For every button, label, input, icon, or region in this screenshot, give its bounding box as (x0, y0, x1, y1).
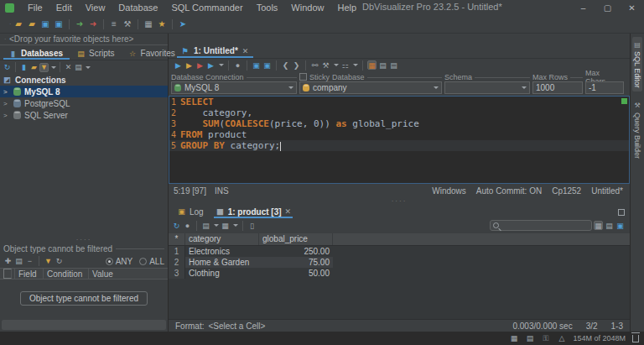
sql-wizard-icon[interactable]: ⚒ (321, 60, 330, 70)
code-line[interactable]: 4FROM product (169, 129, 629, 140)
collapse-all-icon[interactable]: ✕ (64, 63, 73, 72)
connection-sqlserver[interactable]: > SQL Server (0, 109, 168, 121)
cell-global-price[interactable]: 250.00 (259, 247, 333, 256)
apply-filter-icon[interactable]: ↻ (55, 257, 64, 266)
add-filter-icon[interactable]: ✚ (3, 257, 13, 266)
panel-restore-icon[interactable] (618, 209, 625, 216)
tab-favorites[interactable]: ☆ Favorites (123, 45, 182, 60)
refresh-tree-icon[interactable]: ↻ (3, 63, 12, 72)
database-connection-select[interactable]: MySQL 8 (171, 81, 297, 94)
row-number[interactable]: 2 (169, 257, 185, 268)
favorites-drop-bar[interactable]: ⋮⋮ <Drop your favorite objects here> (0, 34, 168, 45)
menu-database[interactable]: Database (112, 3, 164, 13)
previous-statement-icon[interactable]: ❮ (281, 60, 290, 70)
execute-current-icon[interactable]: ▶ (184, 60, 194, 70)
cell-category[interactable]: Clothing (185, 269, 259, 278)
grid-search-box[interactable] (490, 220, 592, 231)
tab-scripts[interactable]: ▤ Scripts (71, 45, 122, 60)
execute-menu-icon[interactable]: ▶ (206, 60, 216, 70)
result-tab-close-icon[interactable]: ✕ (285, 207, 292, 216)
menu-view[interactable]: View (79, 3, 112, 13)
row-number[interactable]: 1 (169, 246, 185, 257)
bookmark-icon[interactable]: ★ (156, 18, 168, 30)
max-chars-input[interactable]: -1 (585, 81, 624, 94)
left-splitter-handle[interactable]: ···· (0, 238, 168, 243)
snippets-icon[interactable]: ▤ (389, 60, 398, 70)
next-statement-icon[interactable]: ❯ (292, 60, 301, 70)
table-row[interactable]: 3Clothing50.00 (169, 268, 333, 279)
menu-tools[interactable]: Tools (250, 3, 285, 13)
connect-icon[interactable]: ➜ (74, 18, 86, 30)
menu-file[interactable]: File (21, 3, 49, 13)
code-line[interactable]: 2 category, (169, 107, 629, 118)
filter-select-all-checkbox[interactable] (3, 269, 12, 279)
new-folder-icon[interactable]: ▰ (29, 63, 39, 72)
warning-status-icon[interactable]: △ (557, 334, 566, 343)
connection-postgresql[interactable]: > PostgreSQL (0, 97, 168, 109)
format-sql-icon[interactable]: ▤ (378, 60, 387, 70)
insert-mode[interactable]: INS (215, 186, 229, 196)
save-icon[interactable]: ▣ (39, 18, 51, 30)
connections-status-icon[interactable]: ⚿ (541, 334, 550, 343)
expand-arrow-icon[interactable]: > (3, 100, 10, 107)
results-splitter-handle[interactable]: ···· (169, 199, 630, 205)
sql-editor[interactable]: 1SELECT2 category,3 SUM(COALESCE(price, … (169, 96, 630, 184)
autocommit-status[interactable]: Auto Commit: ON (476, 186, 542, 196)
column-header-global-price[interactable]: global_price (259, 233, 333, 245)
toggle-grid-view-icon[interactable]: ▦ (594, 221, 603, 230)
radio-all[interactable]: ALL (139, 257, 164, 266)
expand-arrow-icon[interactable]: > (3, 88, 10, 96)
view-mode-icon[interactable]: ▦ (221, 221, 230, 230)
driver-manager-icon[interactable]: ⚒ (122, 18, 133, 30)
trash-icon[interactable] (632, 335, 639, 342)
open-file-icon[interactable]: ▰ (13, 18, 24, 30)
window-maximize-button[interactable]: ▢ (595, 0, 620, 15)
pointer-tool-icon[interactable]: ➤ (177, 18, 189, 30)
grid-window-icon[interactable]: ▦ (143, 18, 154, 30)
window-close-button[interactable]: ✕ (620, 0, 644, 15)
tab-sql-editor-vertical[interactable]: ▤ SQL Editor (632, 37, 642, 91)
code-line[interactable]: 3 SUM(COALESCE(price, 0)) as global_pric… (169, 118, 629, 129)
table-row[interactable]: 1Electronics250.00 (169, 246, 333, 257)
log-status-icon[interactable]: ▤ (525, 334, 534, 343)
execute-explain-icon[interactable]: ▶ (195, 60, 205, 70)
encoding-status[interactable]: Cp1252 (552, 186, 581, 196)
comment-toggle-icon[interactable]: ▦ (367, 60, 377, 70)
stop-icon[interactable]: ● (233, 60, 242, 70)
line-separator[interactable]: Windows (432, 186, 466, 196)
menu-help[interactable]: Help (330, 3, 363, 13)
filter-tree-icon[interactable]: ▼ (39, 63, 49, 72)
save-sql-icon[interactable]: ▣ (252, 60, 261, 70)
filter-col-value[interactable]: Value (89, 269, 168, 279)
filter-chevron-icon[interactable] (51, 66, 56, 69)
tab-log[interactable]: ▣ Log (175, 207, 205, 218)
export-icon[interactable]: ▤ (201, 221, 210, 230)
permalink-icon[interactable]: ⚯ (310, 60, 319, 70)
rerun-icon[interactable]: ↻ (172, 221, 181, 230)
menu-sql-commander[interactable]: SQL Commander (164, 3, 249, 13)
save-as-icon[interactable]: ▣ (53, 18, 65, 30)
menu-window[interactable]: Window (284, 3, 330, 13)
format-value[interactable]: <Select a Cell> (208, 321, 265, 331)
window-minimize-button[interactable]: – (571, 0, 595, 15)
stop-result-icon[interactable]: ● (183, 221, 192, 230)
cell-category[interactable]: Electronics (185, 247, 259, 256)
code-line[interactable]: 1SELECT (169, 97, 629, 107)
filter-col-condition[interactable]: Condition (44, 269, 89, 279)
remove-filter-icon[interactable]: − (25, 257, 34, 266)
expand-arrow-icon[interactable]: > (3, 112, 10, 119)
toolbar-grip[interactable]: ⋮⋮ (7, 23, 11, 26)
memory-indicator[interactable]: 154M of 2048M (573, 334, 626, 342)
new-connection-icon[interactable]: ▮ (19, 63, 29, 72)
grid-status-icon[interactable]: ▦ (509, 334, 518, 343)
tab-databases[interactable]: ▮ Databases (3, 45, 70, 60)
column-header-category[interactable]: category (185, 233, 259, 245)
view-mode-chevron-icon[interactable] (233, 224, 238, 227)
row-number[interactable]: 3 (169, 268, 185, 279)
toggle-text-view-icon[interactable]: ▤ (605, 221, 614, 230)
max-rows-input[interactable]: 1000 (532, 81, 583, 94)
sql-tab-close-icon[interactable]: ✕ (242, 47, 249, 55)
tab-sql-untitled[interactable]: ⚑ 1: Untitled* ✕ (177, 46, 253, 58)
filter-col-field[interactable]: Field (15, 269, 44, 279)
database-select[interactable]: company (299, 81, 442, 94)
